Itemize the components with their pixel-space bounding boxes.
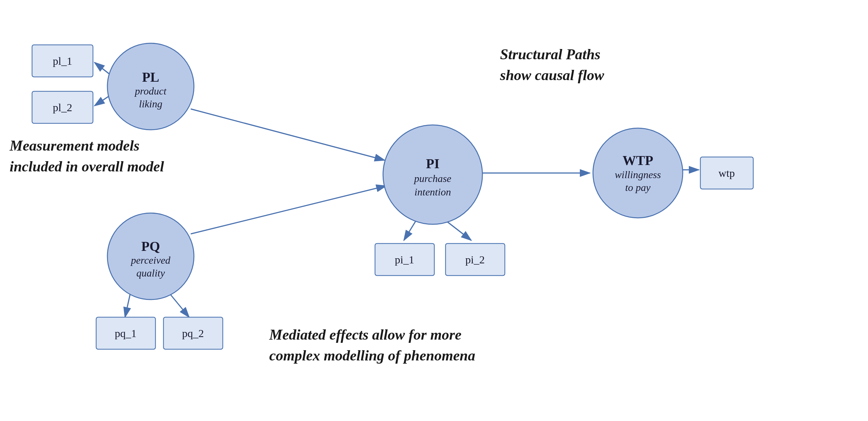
diagram-container: pl_1 pl_2 pi_1 pi_2 pq_1 pq_2 wtp PL pro…: [0, 0, 868, 421]
label-pq-sub1: perceived: [130, 254, 170, 266]
label-pi2: pi_2: [465, 254, 485, 266]
annotation-structural-paths-line1: Structural Paths: [500, 46, 600, 63]
label-pi-main: PI: [426, 156, 439, 171]
arrow-pl-to-pl2: [95, 96, 109, 106]
label-pl-sub2: liking: [139, 98, 162, 109]
label-pi1: pi_1: [395, 254, 414, 266]
arrow-pl-to-pi: [191, 109, 385, 160]
arrow-pi-to-pi2: [445, 220, 471, 240]
annotation-measurement-line2: included in overall model: [10, 158, 164, 174]
label-pq-sub2: quality: [136, 267, 165, 279]
label-pl1: pl_1: [53, 55, 72, 67]
arrow-pi-to-pi1: [404, 220, 417, 240]
label-wtp-main: WTP: [622, 153, 653, 168]
label-pl2: pl_2: [53, 102, 72, 114]
label-wtp-sub1: willingness: [615, 169, 661, 181]
annotation-mediated-line1: Mediated effects allow for more: [269, 326, 462, 343]
label-pl-sub1: product: [134, 85, 167, 97]
label-pq-main: PQ: [142, 239, 160, 254]
label-pl-main: PL: [142, 70, 159, 85]
label-pq1: pq_1: [115, 327, 136, 339]
label-pq2: pq_2: [182, 327, 204, 339]
label-wtp: wtp: [719, 167, 735, 179]
annotation-mediated-line2: complex modelling of phenomena: [269, 347, 475, 364]
annotation-measurement-line1: Measurement models: [9, 137, 140, 154]
arrow-pq-to-pi: [191, 186, 386, 234]
arrow-pl-to-pl1: [95, 63, 109, 74]
label-wtp-sub2: to pay: [625, 182, 651, 193]
annotation-structural-paths-line2: show causal flow: [500, 67, 604, 83]
label-pi-sub1: purchase: [413, 173, 451, 184]
label-pi-sub2: intention: [414, 186, 451, 198]
